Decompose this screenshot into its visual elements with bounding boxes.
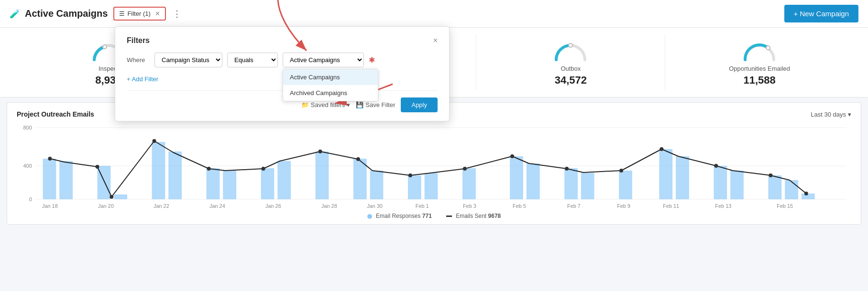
svg-rect-36 bbox=[802, 194, 815, 199]
svg-rect-18 bbox=[277, 161, 291, 199]
svg-rect-14 bbox=[168, 151, 182, 199]
filter-close-icon[interactable]: ✕ bbox=[155, 10, 160, 17]
svg-rect-10 bbox=[59, 161, 73, 199]
save-icon: 💾 bbox=[356, 101, 363, 108]
svg-point-47 bbox=[510, 154, 514, 158]
chart-legend: Email Responses 771 Emails Sent 9678 bbox=[17, 213, 851, 219]
svg-text:0: 0 bbox=[29, 196, 32, 202]
metric-outbox: Outbox 34,572 bbox=[476, 34, 665, 90]
svg-rect-32 bbox=[714, 166, 727, 199]
svg-text:Jan 18: Jan 18 bbox=[42, 203, 58, 209]
svg-text:Jan 22: Jan 22 bbox=[154, 203, 169, 209]
svg-point-44 bbox=[356, 157, 360, 161]
save-filter-button[interactable]: 💾 Save Filter bbox=[356, 101, 395, 108]
metric-opportunities: Opportunities Emailed 11,588 bbox=[665, 34, 854, 90]
svg-point-53 bbox=[804, 192, 808, 195]
svg-point-0 bbox=[103, 45, 107, 49]
header: 🧪 Active Campaigns ☰ Filter (1) ✕ ⋮ + Ne… bbox=[0, 0, 868, 28]
chevron-down-icon: ▾ bbox=[848, 111, 851, 118]
filter-button[interactable]: ☰ Filter (1) ✕ bbox=[113, 7, 165, 21]
dialog-footer: 📁 Saved filters ▾ 💾 Save Filter Apply bbox=[127, 90, 438, 112]
svg-point-41 bbox=[207, 167, 211, 171]
svg-text:Jan 26: Jan 26 bbox=[265, 203, 281, 209]
svg-rect-31 bbox=[676, 156, 689, 199]
svg-point-38 bbox=[96, 165, 99, 169]
svg-rect-30 bbox=[659, 149, 672, 199]
dialog-title: Filters bbox=[127, 36, 150, 45]
required-star: ✱ bbox=[369, 55, 375, 65]
filter-value-select[interactable]: Active Campaigns Archived Campaigns bbox=[283, 53, 364, 67]
chart-period-selector[interactable]: Last 30 days ▾ bbox=[811, 111, 851, 118]
svg-text:Jan 28: Jan 28 bbox=[321, 203, 337, 209]
more-options-button[interactable]: ⋮ bbox=[169, 7, 185, 21]
apply-button[interactable]: Apply bbox=[401, 97, 438, 112]
svg-point-40 bbox=[153, 139, 156, 143]
new-campaign-button[interactable]: + New Campaign bbox=[784, 5, 858, 22]
saved-filters-button[interactable]: 📁 Saved filters ▾ bbox=[301, 101, 351, 108]
svg-rect-23 bbox=[425, 173, 438, 199]
svg-text:Feb 7: Feb 7 bbox=[567, 203, 581, 209]
svg-point-46 bbox=[463, 167, 467, 171]
svg-rect-25 bbox=[510, 156, 523, 199]
svg-point-43 bbox=[319, 150, 322, 153]
svg-rect-12 bbox=[114, 194, 127, 199]
svg-point-51 bbox=[714, 164, 718, 168]
where-label: Where bbox=[127, 56, 150, 64]
opportunities-gauge bbox=[740, 38, 779, 62]
chevron-down-icon: ▾ bbox=[347, 101, 350, 108]
svg-rect-28 bbox=[581, 173, 594, 199]
svg-rect-9 bbox=[43, 159, 56, 199]
flask-icon: 🧪 bbox=[10, 9, 20, 19]
svg-rect-21 bbox=[370, 171, 384, 199]
svg-rect-35 bbox=[785, 180, 798, 199]
filter-operator-select[interactable]: Equals Not Equals Contains bbox=[227, 53, 278, 67]
outbox-gauge bbox=[551, 38, 590, 62]
svg-text:Feb 11: Feb 11 bbox=[663, 203, 679, 209]
svg-text:Feb 9: Feb 9 bbox=[617, 203, 630, 209]
svg-point-45 bbox=[408, 173, 412, 177]
svg-rect-22 bbox=[408, 175, 421, 199]
opportunities-label: Opportunities Emailed bbox=[729, 65, 790, 72]
filter-field-select[interactable]: Campaign Status Campaign Name Created Da… bbox=[154, 53, 222, 67]
svg-point-1 bbox=[569, 43, 572, 47]
svg-text:Feb 1: Feb 1 bbox=[416, 203, 429, 209]
svg-rect-33 bbox=[730, 171, 744, 199]
svg-point-37 bbox=[48, 157, 52, 161]
filter-row: Where Campaign Status Campaign Name Crea… bbox=[127, 53, 438, 67]
folder-icon: 📁 bbox=[301, 101, 309, 108]
legend-responses: Email Responses 771 bbox=[367, 213, 432, 219]
svg-rect-27 bbox=[564, 168, 578, 199]
svg-text:Jan 24: Jan 24 bbox=[209, 203, 225, 209]
filter-icon: ☰ bbox=[119, 10, 125, 17]
chart-area: 800 400 0 bbox=[17, 123, 851, 209]
svg-text:Feb 3: Feb 3 bbox=[463, 203, 476, 209]
svg-rect-29 bbox=[619, 171, 632, 199]
dropdown-item-archived[interactable]: Archived Campaigns bbox=[283, 85, 378, 101]
svg-rect-13 bbox=[152, 142, 165, 199]
dialog-header: Filters × bbox=[127, 36, 438, 45]
svg-point-42 bbox=[262, 167, 265, 171]
svg-point-49 bbox=[619, 169, 623, 172]
svg-text:800: 800 bbox=[23, 125, 32, 130]
dropdown-item-active[interactable]: Active Campaigns bbox=[283, 69, 378, 85]
svg-rect-24 bbox=[462, 168, 476, 199]
svg-point-48 bbox=[565, 167, 569, 171]
legend-sent: Emails Sent 9678 bbox=[446, 213, 501, 219]
add-filter-button[interactable]: + Add Filter bbox=[127, 75, 158, 83]
chart-title: Project Outreach Emails bbox=[17, 110, 94, 118]
svg-text:Jan 20: Jan 20 bbox=[98, 203, 114, 209]
svg-text:Feb 15: Feb 15 bbox=[777, 203, 793, 209]
outbox-value: 34,572 bbox=[555, 74, 587, 86]
svg-rect-19 bbox=[316, 151, 329, 199]
svg-rect-15 bbox=[207, 168, 220, 199]
outbox-label: Outbox bbox=[560, 65, 581, 72]
svg-point-52 bbox=[769, 173, 772, 177]
svg-point-50 bbox=[659, 147, 663, 151]
svg-text:Jan 30: Jan 30 bbox=[367, 203, 383, 209]
svg-point-2 bbox=[766, 46, 770, 50]
dialog-close-button[interactable]: × bbox=[433, 36, 438, 45]
svg-rect-34 bbox=[768, 175, 781, 199]
svg-text:Feb 5: Feb 5 bbox=[513, 203, 526, 209]
filter-value-container: Active Campaigns Archived Campaigns Acti… bbox=[283, 53, 364, 67]
opportunities-value: 11,588 bbox=[743, 74, 775, 86]
